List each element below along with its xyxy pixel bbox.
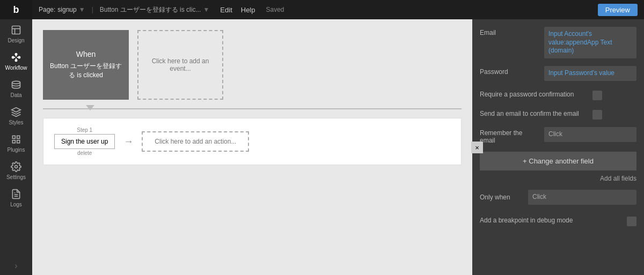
svg-point-16	[15, 166, 18, 168]
page-name[interactable]: signup	[57, 6, 76, 13]
debug-label: Add a breakpoint in debug mode	[480, 217, 573, 224]
topbar-separator: |	[92, 6, 93, 13]
sidebar: b Design Workflow Data	[0, 0, 32, 275]
password-confirm-row: Require a password confirmation	[480, 88, 636, 100]
password-value[interactable]: Input Password's value	[544, 66, 636, 81]
sidebar-item-settings[interactable]: Settings	[0, 156, 32, 183]
sidebar-item-design[interactable]: Design	[0, 19, 32, 47]
step-action-button[interactable]: Sign the user up	[54, 134, 115, 149]
svg-point-11	[12, 81, 20, 84]
add-action-block[interactable]: Click here to add an action...	[142, 131, 249, 152]
remember-email-row: Remember the email Click	[480, 127, 636, 144]
svg-point-4	[15, 54, 17, 55]
step-row: Step 1 Sign the user up delete → Click h…	[43, 118, 462, 165]
preview-button[interactable]: Preview	[598, 4, 638, 16]
svg-rect-0	[12, 26, 20, 34]
add-all-fields-link[interactable]: Add all fields	[480, 175, 636, 182]
when-row: When Button ユーザーを登録する is clicked Click h…	[43, 30, 462, 100]
password-confirm-toggle[interactable]	[592, 91, 602, 100]
svg-rect-14	[12, 140, 15, 143]
step-arrow-icon: →	[123, 136, 133, 147]
remember-email-label: Remember the email	[480, 127, 539, 144]
step-block: Step 1 Sign the user up delete	[54, 127, 115, 156]
sidebar-design-label: Design	[8, 38, 24, 43]
sidebar-styles-label: Styles	[9, 120, 23, 125]
nav-saved: Saved	[266, 6, 284, 13]
when-block: When Button ユーザーを登録する is clicked	[43, 30, 129, 100]
sidebar-item-data[interactable]: Data	[0, 74, 32, 101]
sidebar-item-logs[interactable]: Logs	[0, 183, 32, 211]
sidebar-item-workflow[interactable]: Workflow	[0, 47, 32, 74]
close-step-button[interactable]: ×	[471, 142, 483, 153]
sidebar-data-label: Data	[10, 92, 21, 98]
sidebar-expand[interactable]: ›	[14, 257, 17, 275]
app-logo[interactable]: b	[0, 0, 32, 19]
svg-point-3	[12, 56, 14, 58]
when-title: When	[76, 50, 96, 58]
sidebar-settings-label: Settings	[6, 174, 26, 180]
when-description: Button ユーザーを登録する is clicked	[49, 62, 122, 80]
email-field-row: Email Input Account's value:appendApp Te…	[480, 27, 636, 58]
only-when-value[interactable]: Click	[528, 190, 636, 205]
step-delete-link[interactable]: delete	[77, 150, 92, 156]
topbar-button: Button ユーザーを登録する is clic... ▼	[100, 5, 210, 14]
password-confirm-label: Require a password confirmation	[480, 88, 587, 98]
email-label: Email	[480, 27, 539, 36]
svg-point-5	[18, 56, 20, 58]
page-dropdown-icon[interactable]: ▼	[79, 6, 85, 13]
remember-email-value[interactable]: Click	[544, 127, 636, 142]
email-confirm-row: Send an email to confirm the email	[480, 108, 636, 120]
email-confirm-label: Send an email to confirm the email	[480, 108, 587, 117]
email-confirm-toggle[interactable]	[592, 110, 602, 120]
sidebar-item-plugins[interactable]: Plugins	[0, 129, 32, 156]
topbar-nav: Edit Help Saved	[220, 6, 284, 14]
page-label: Page:	[39, 6, 55, 13]
add-event-block[interactable]: Click here to add an event...	[137, 30, 223, 100]
nav-help[interactable]: Help	[241, 6, 255, 14]
workflow-canvas: When Button ユーザーを登録する is clicked Click h…	[32, 19, 472, 275]
add-event-text: Click here to add an event...	[145, 57, 216, 72]
nav-edit[interactable]: Edit	[220, 6, 232, 14]
password-field-row: Password Input Password's value	[480, 66, 636, 81]
button-dropdown-icon[interactable]: ▼	[203, 6, 209, 13]
svg-rect-15	[17, 140, 20, 143]
topbar-page: Page: signup ▼	[39, 6, 85, 13]
svg-rect-12	[12, 136, 15, 138]
svg-point-6	[15, 60, 17, 61]
email-value[interactable]: Input Account's value:appendApp Text (do…	[544, 27, 636, 58]
right-panel: Sign the user up ? 💬 × Email Input Accou…	[472, 0, 644, 275]
topbar: Page: signup ▼ | Button ユーザーを登録する is cli…	[32, 0, 644, 19]
sidebar-item-styles[interactable]: Styles	[0, 101, 32, 129]
sidebar-logs-label: Logs	[10, 202, 22, 207]
debug-row: Add a breakpoint in debug mode	[480, 212, 636, 228]
only-when-label: Only when	[480, 194, 523, 201]
add-action-text: Click here to add an action...	[155, 138, 236, 145]
password-label: Password	[480, 66, 539, 76]
only-when-row: Only when Click	[480, 190, 636, 205]
sidebar-workflow-label: Workflow	[5, 65, 27, 71]
change-field-button[interactable]: + Change another field	[480, 152, 636, 170]
debug-toggle[interactable]	[627, 217, 636, 226]
button-label[interactable]: Button ユーザーを登録する is clic...	[100, 5, 201, 14]
step-number: Step 1	[77, 127, 92, 133]
sidebar-plugins-label: Plugins	[8, 147, 25, 153]
svg-rect-13	[17, 136, 20, 138]
panel-body: Email Input Account's value:appendApp Te…	[472, 19, 644, 275]
